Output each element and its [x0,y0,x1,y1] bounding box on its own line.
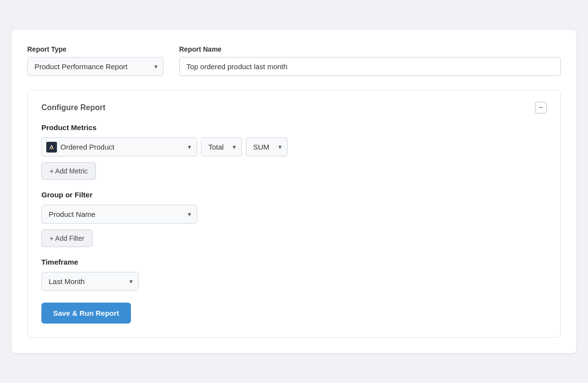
sum-select-wrapper: SUM ▾ [246,137,288,156]
collapse-icon: − [538,104,543,112]
timeframe-section: Timeframe Last Month ▾ [41,258,547,291]
report-type-group: Report Type Product Performance Report ▾ [27,45,164,76]
page-container: Report Type Product Performance Report ▾… [0,0,588,383]
sum-select[interactable]: SUM [246,137,288,156]
main-card: Report Type Product Performance Report ▾… [12,30,576,353]
group-filter-section: Group or Filter Product Name ▾ + Add Fil… [41,191,547,247]
product-metrics-label: Product Metrics [41,123,547,132]
report-type-select-wrapper: Product Performance Report ▾ [27,57,164,76]
timeframe-select[interactable]: Last Month [41,272,139,291]
metrics-row: Ordered Product ▾ Total ▾ SU [41,137,547,156]
filter-select-wrapper: Product Name ▾ [41,205,197,224]
top-row: Report Type Product Performance Report ▾… [27,45,561,76]
collapse-button[interactable]: − [535,102,547,114]
ordered-product-wrapper: Ordered Product ▾ [41,137,197,156]
timeframe-select-wrapper: Last Month ▾ [41,272,139,291]
add-metric-button[interactable]: + Add Metric [41,162,96,180]
timeframe-label: Timeframe [41,258,547,266]
configure-header: Configure Report − [41,102,547,114]
add-filter-button[interactable]: + Add Filter [41,230,92,247]
group-filter-label: Group or Filter [41,191,547,199]
report-type-select[interactable]: Product Performance Report [27,57,164,76]
product-metrics-section: Product Metrics Ordered Product [41,123,547,180]
report-type-label: Report Type [27,45,164,53]
report-name-label: Report Name [179,45,561,53]
report-name-group: Report Name [179,45,561,76]
report-name-input[interactable] [179,57,561,76]
total-select[interactable]: Total [201,137,242,156]
configure-title: Configure Report [41,103,106,112]
save-run-button[interactable]: Save & Run Report [41,303,131,324]
total-select-wrapper: Total ▾ [201,137,242,156]
configure-section: Configure Report − Product Metrics [27,90,561,338]
filter-select[interactable]: Product Name [41,205,197,224]
metric-select[interactable]: Ordered Product [41,137,197,156]
